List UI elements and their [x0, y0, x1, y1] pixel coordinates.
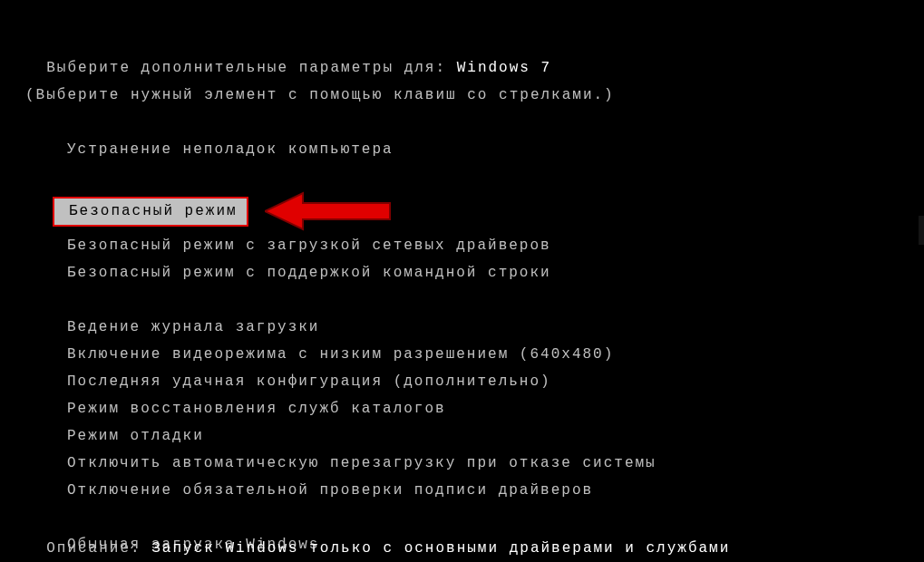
boot-menu-description: Описание: Запуск Windows только с основн…	[25, 513, 730, 562]
menu-item-safe-mode-row: Безопасный режим	[53, 190, 924, 232]
menu-item-debug-mode[interactable]: Режим отладки	[67, 422, 924, 450]
title-prefix: Выберите дополнительные параметры для:	[46, 60, 456, 76]
spacer	[67, 163, 924, 190]
boot-menu-title: Выберите дополнительные параметры для: W…	[25, 27, 924, 82]
description-value: Запуск Windows только с основными драйве…	[151, 540, 730, 557]
menu-item-safe-mode-cmd[interactable]: Безопасный режим с поддержкой командной …	[67, 259, 924, 286]
spacer	[25, 109, 924, 136]
arrow-left-icon	[265, 190, 392, 232]
boot-menu-hint: (Выберите нужный элемент с помощью клави…	[25, 82, 924, 109]
menu-item-boot-logging[interactable]: Ведение журнала загрузки	[67, 314, 924, 341]
menu-item-last-known-good[interactable]: Последняя удачная конфигурация (дополнит…	[67, 368, 924, 395]
spacer	[67, 286, 924, 314]
description-label: Описание:	[46, 540, 151, 557]
scroll-hint	[919, 216, 924, 245]
menu-item-safe-mode[interactable]: Безопасный режим	[53, 197, 248, 227]
menu-item-safe-mode-network[interactable]: Безопасный режим с загрузкой сетевых дра…	[67, 232, 924, 259]
menu-item-disable-auto-restart[interactable]: Отключить автоматическую перезагрузку пр…	[67, 450, 924, 477]
menu-item-repair[interactable]: Устранение неполадок компьютера	[67, 136, 924, 163]
menu-item-ds-restore[interactable]: Режим восстановления служб каталогов	[67, 395, 924, 422]
menu-item-disable-driver-sig[interactable]: Отключение обязательной проверки подписи…	[67, 477, 924, 504]
os-name: Windows 7	[457, 60, 551, 76]
svg-marker-0	[265, 193, 390, 229]
menu-item-low-res-video[interactable]: Включение видеорежима с низким разрешени…	[67, 341, 924, 368]
boot-menu: Устранение неполадок компьютера Безопасн…	[25, 136, 924, 558]
